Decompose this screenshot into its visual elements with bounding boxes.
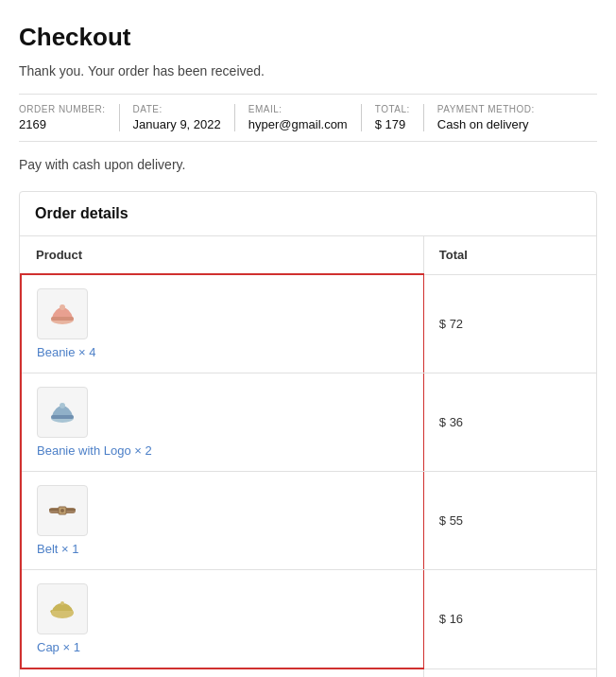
product-name: Cap × 1 [37, 640, 80, 654]
product-name: Beanie × 4 [37, 345, 96, 359]
product-total: $ 72 [423, 274, 596, 373]
order-number-label: ORDER NUMBER: [19, 104, 106, 114]
email-item: EMAIL: hyper@gmail.com [235, 104, 362, 131]
svg-rect-2 [51, 317, 74, 321]
payment-method-item: PAYMENT METHOD: Cash on delivery [424, 104, 548, 131]
svg-point-1 [60, 304, 65, 310]
product-cell: Beanie × 4 [21, 274, 423, 373]
subtotal-row: Subtotal: $179 [21, 668, 596, 677]
order-number-item: ORDER NUMBER: 2169 [19, 104, 120, 131]
product-name: Beanie with Logo × 2 [37, 443, 152, 458]
table-row: Beanie with Logo × 2$ 36 [21, 373, 596, 472]
date-label: DATE: [133, 104, 221, 114]
total-col-header: Total [423, 236, 596, 274]
order-details-title: Order details [20, 192, 596, 236]
page-title: Checkout [19, 23, 597, 52]
email-label: EMAIL: [248, 104, 348, 114]
product-total: $ 16 [423, 570, 596, 669]
date-value: January 9, 2022 [133, 117, 221, 131]
product-col-header: Product [21, 236, 423, 274]
product-image-wrapper [37, 583, 88, 634]
product-cell: Beanie with Logo × 2 [21, 373, 423, 472]
email-value: hyper@gmail.com [248, 117, 348, 131]
order-details-section: Order details Product Total Beanie × 4$ … [19, 191, 597, 677]
table-row: Cap × 1$ 16 [21, 570, 596, 669]
order-number-value: 2169 [19, 117, 106, 131]
subtotal-value: $179 [423, 668, 596, 677]
payment-method-value: Cash on delivery [437, 117, 535, 131]
product-cell: Cap × 1 [21, 570, 423, 669]
table-row: Belt × 1$ 55 [21, 472, 596, 570]
subtotal-label: Subtotal: [21, 668, 423, 677]
product-cell: Belt × 1 [21, 472, 423, 570]
svg-point-4 [60, 403, 65, 408]
svg-point-11 [60, 601, 64, 605]
thank-you-message: Thank you. Your order has been received. [19, 63, 597, 78]
order-table: Product Total Beanie × 4$ 72 Beanie with… [20, 236, 596, 677]
product-image-wrapper [37, 288, 88, 339]
product-total: $ 36 [423, 373, 596, 472]
svg-point-9 [60, 509, 64, 512]
total-label: TOTAL: [375, 104, 410, 114]
order-meta-bar: ORDER NUMBER: 2169 DATE: January 9, 2022… [19, 94, 597, 142]
product-total: $ 55 [423, 472, 596, 570]
payment-method-label: PAYMENT METHOD: [437, 104, 535, 114]
table-row: Beanie × 4$ 72 [21, 274, 596, 373]
svg-rect-5 [51, 415, 74, 419]
product-image-wrapper [37, 485, 88, 536]
total-value: $ 179 [375, 117, 410, 131]
date-item: DATE: January 9, 2022 [120, 104, 235, 131]
product-image-wrapper [37, 387, 88, 438]
total-item: TOTAL: $ 179 [362, 104, 424, 131]
product-name: Belt × 1 [37, 542, 78, 556]
pay-cash-note: Pay with cash upon delivery. [19, 157, 597, 172]
